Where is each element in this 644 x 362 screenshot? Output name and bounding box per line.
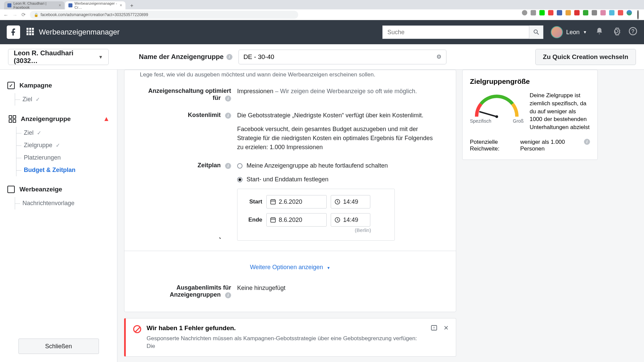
nav-item-label: Nachrichtenvorlage — [22, 200, 74, 207]
svg-rect-16 — [13, 120, 16, 122]
ext-icon[interactable] — [583, 10, 588, 15]
new-tab-button[interactable]: + — [128, 2, 136, 9]
optimize-value: Impressionen – Wir zeigen deine Werbeanz… — [237, 87, 440, 102]
help-icon[interactable]: ? — [629, 27, 637, 38]
nav-item-audience[interactable]: Zielgruppe✓ — [16, 139, 110, 152]
nav-ad: Werbeanzeige Nachrichtenvorlage — [0, 186, 117, 209]
adset-name-field[interactable]: ⚙ — [238, 50, 446, 64]
audience-panel: Zielgruppengröße Spezifisch — [462, 70, 598, 362]
chevron-down-icon: ▼ — [583, 30, 587, 35]
svg-text:?: ? — [631, 28, 635, 34]
address-bar[interactable]: 🔒 facebook.com/adsmanager/creation?act=3… — [30, 11, 298, 19]
ext-icon[interactable] — [618, 10, 623, 15]
apps-grid-icon[interactable] — [26, 27, 34, 37]
account-selector[interactable]: Leon R. Chaudhari (3032… ▼ — [8, 49, 109, 65]
radio-label: Start- und Enddatum festlegen — [247, 175, 328, 184]
gauge-left: Spezifisch — [470, 118, 491, 124]
forward-icon[interactable]: → — [12, 12, 17, 18]
ext-icon[interactable] — [627, 10, 632, 15]
search-box[interactable] — [382, 25, 543, 39]
end-date-input[interactable]: 8.6.2020 — [266, 213, 327, 227]
error-text: Wir haben 1 Fehler gefunden. Gesponserte… — [147, 324, 425, 351]
nav-item-placements[interactable]: Platzierungen — [16, 152, 110, 164]
info-icon[interactable]: i — [584, 139, 590, 145]
row-schedule: Zeitplan i Meine Anzeigengruppe ab heute… — [140, 161, 440, 241]
browser-chrome: Leon R. Chaudhari | Facebook × Werbeanze… — [0, 0, 644, 20]
bell-icon[interactable] — [595, 27, 604, 38]
ext-icon[interactable] — [557, 10, 562, 15]
end-label: Ende — [244, 216, 262, 224]
browser-tab[interactable]: Werbeanzeigenmanager - Cr… × — [65, 1, 125, 9]
menu-icon[interactable] — [637, 12, 639, 17]
reach-label: Potenzielle Reichweite: — [470, 139, 520, 152]
schedule-option-continuous[interactable]: Meine Anzeigengruppe ab heute fortlaufen… — [237, 161, 440, 170]
report-icon[interactable] — [430, 324, 438, 334]
address-row: ← → ⟳ 🔒 facebook.com/adsmanager/creation… — [0, 9, 644, 20]
nav-head-ad[interactable]: Werbeanzeige — [7, 186, 110, 193]
close-icon[interactable]: × — [444, 324, 448, 334]
close-button[interactable]: Schließen — [18, 339, 99, 354]
gear-icon[interactable]: ⚙ — [436, 53, 441, 60]
search-input[interactable] — [383, 29, 529, 36]
avatar — [551, 26, 563, 38]
start-date-input[interactable]: 2.6.2020 — [266, 195, 327, 208]
close-icon[interactable]: × — [120, 3, 122, 8]
end-time-input[interactable]: 14:49 — [331, 213, 370, 227]
ext-icon[interactable] — [609, 10, 614, 15]
more-options-link[interactable]: Weitere Optionen anzeigen ▼ — [140, 261, 440, 274]
nav-head-adset[interactable]: Anzeigengruppe ▲ — [9, 115, 110, 123]
nav-item-label: Platzierungen — [24, 154, 61, 161]
ext-icon[interactable] — [522, 10, 527, 15]
nav-label: Kampagne — [19, 82, 52, 89]
spend-limit-label: Ausgabenlimits für Anzeigengruppen i — [140, 284, 237, 298]
error-description: Gesponserte Nachrichten müssen als Kampa… — [147, 335, 425, 351]
nav-item-objective[interactable]: Ziel✓ — [16, 127, 110, 139]
quick-creation-button[interactable]: Zu Quick Creation wechseln — [535, 49, 636, 65]
adset-name-input[interactable] — [244, 53, 436, 61]
facebook-logo-icon[interactable] — [7, 25, 20, 39]
start-row: Start 2.6.2020 14:49 — [244, 195, 388, 208]
nav-label: Werbeanzeige — [19, 186, 62, 193]
audience-card: Zielgruppengröße Spezifisch — [462, 70, 598, 160]
svg-point-29 — [495, 115, 498, 118]
ext-icon[interactable] — [600, 10, 606, 15]
info-icon[interactable]: i — [225, 163, 231, 169]
ext-icon[interactable] — [574, 10, 580, 15]
schedule-value: Meine Anzeigengruppe ab heute fortlaufen… — [237, 161, 440, 241]
cost-line1: Die Gebotsstrategie „Niedrigste Kosten“ … — [237, 111, 440, 120]
date-value: 8.6.2020 — [279, 216, 302, 225]
svg-rect-22 — [271, 218, 275, 222]
search-button[interactable] — [529, 25, 543, 39]
info-icon[interactable]: i — [225, 113, 231, 119]
browser-tab[interactable]: Leon R. Chaudhari | Facebook × — [4, 1, 64, 9]
gear-icon[interactable] — [612, 27, 621, 38]
checkbox-icon: ✓ — [7, 82, 15, 89]
reload-icon[interactable]: ⟳ — [21, 12, 26, 18]
nav-item-message-template[interactable]: Nachrichtenvorlage — [15, 197, 110, 209]
tab-title: Leon R. Chaudhari | Facebook — [13, 1, 59, 9]
start-time-input[interactable]: 14:49 — [331, 195, 370, 208]
back-icon[interactable]: ← — [3, 12, 8, 18]
info-icon[interactable]: i — [225, 292, 231, 298]
info-icon[interactable]: i — [225, 96, 231, 102]
user-menu[interactable]: Leon ▼ — [551, 26, 587, 38]
schedule-option-dates[interactable]: Start- und Enddatum festlegen — [237, 175, 440, 184]
cost-line2: Facebook versucht, dein gesamtes Budget … — [237, 125, 440, 152]
nav-item-objective[interactable]: Ziel ✓ — [15, 93, 110, 106]
ext-icon[interactable] — [539, 10, 545, 15]
row-spend-limit: Ausgabenlimits für Anzeigengruppen i Kei… — [140, 284, 440, 298]
svg-point-9 — [534, 30, 537, 33]
ext-icon[interactable] — [566, 10, 571, 15]
ext-icon[interactable] — [531, 10, 536, 15]
audience-description: Deine Zielgruppe ist ziemlich spezifisch… — [530, 92, 590, 131]
nav-item-budget[interactable]: Budget & Zeitplan — [16, 164, 110, 176]
nav-head-campaign[interactable]: ✓ Kampagne — [7, 82, 110, 89]
optimize-desc: – Wir zeigen deine Werbeanzeige so oft w… — [273, 88, 417, 95]
ext-icon[interactable] — [548, 10, 553, 15]
label-text: Zeitplan — [198, 162, 221, 169]
clock-icon — [334, 199, 340, 205]
svg-rect-13 — [9, 116, 12, 118]
ext-icon[interactable] — [592, 10, 597, 15]
close-icon[interactable]: × — [59, 3, 61, 8]
info-icon[interactable]: i — [226, 54, 232, 60]
